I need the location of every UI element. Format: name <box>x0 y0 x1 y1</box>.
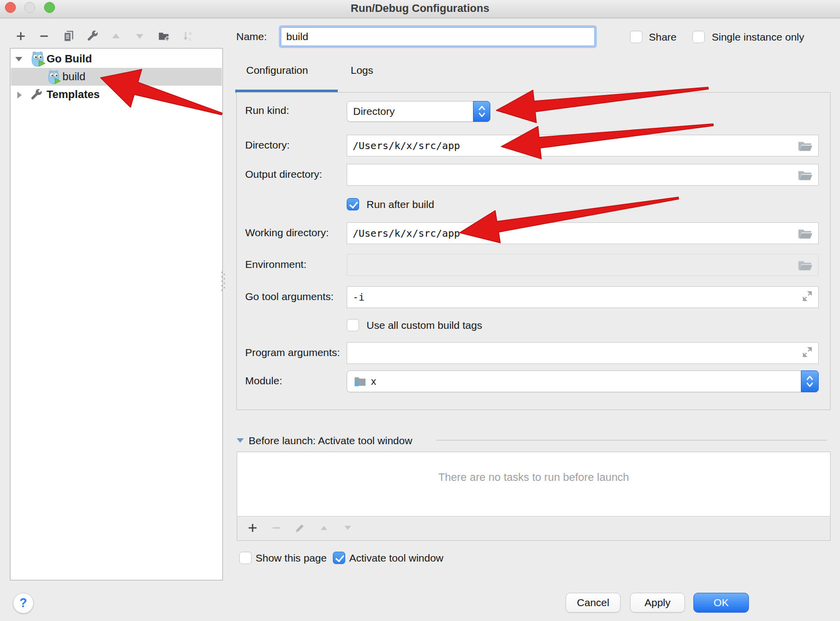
single-instance-label[interactable]: Single instance only <box>712 31 804 43</box>
browse-folder-icon[interactable] <box>796 227 813 241</box>
environment-input <box>347 254 819 276</box>
section-divider <box>436 440 827 441</box>
tab-configuration[interactable]: Configuration <box>246 64 308 80</box>
expand-field-icon[interactable] <box>801 290 818 304</box>
move-task-down-icon <box>341 521 354 536</box>
collapse-caret-icon[interactable] <box>15 55 23 64</box>
directory-input[interactable] <box>347 135 819 156</box>
program-arguments-input[interactable] <box>347 342 819 364</box>
run-kind-dropdown[interactable]: Directory <box>347 101 490 122</box>
svg-text:z: z <box>189 36 191 42</box>
run-kind-value: Directory <box>347 105 395 117</box>
move-down-icon <box>133 30 146 43</box>
add-task-icon[interactable] <box>246 521 259 536</box>
window-title: Run/Debug Configurations <box>0 2 840 15</box>
tree-item-label[interactable]: Templates <box>47 88 100 101</box>
module-icon <box>353 375 367 387</box>
go-gopher-icon <box>47 70 61 86</box>
browse-folder-icon[interactable] <box>796 139 813 153</box>
cancel-button[interactable]: Cancel <box>566 593 621 613</box>
show-this-page-checkbox[interactable] <box>239 552 252 564</box>
use-all-custom-build-tags-checkbox[interactable] <box>347 319 359 331</box>
help-button[interactable]: ? <box>13 593 34 614</box>
empty-task-list-text: There are no tasks to run before launch <box>237 471 830 484</box>
apply-button[interactable]: Apply <box>630 593 685 613</box>
svg-text:a: a <box>189 30 192 36</box>
edit-task-icon <box>294 521 307 536</box>
edit-templates-icon[interactable] <box>86 30 99 43</box>
tree-item-templates[interactable]: Templates <box>11 86 222 104</box>
ok-button[interactable]: OK <box>693 593 749 613</box>
share-label[interactable]: Share <box>649 31 677 43</box>
move-up-icon <box>109 30 122 43</box>
run-kind-label: Run kind: <box>245 104 289 116</box>
sort-configurations-icon: az <box>181 30 194 43</box>
browse-folder-icon[interactable] <box>796 168 813 182</box>
run-debug-configurations-dialog: Run/Debug Configurations az <box>0 0 840 621</box>
add-icon[interactable] <box>14 30 27 43</box>
browse-folder-icon <box>796 259 813 272</box>
move-task-up-icon <box>317 521 330 536</box>
single-instance-checkbox[interactable] <box>692 31 705 43</box>
titlebar: Run/Debug Configurations <box>0 0 840 18</box>
dropdown-stepper-icon <box>473 101 490 122</box>
tree-item-go-build[interactable]: Go Build <box>11 50 222 68</box>
task-list-toolbar <box>237 516 830 540</box>
before-launch-collapse-icon[interactable] <box>236 437 244 446</box>
environment-label: Environment: <box>245 259 307 270</box>
working-directory-label: Working directory: <box>245 227 329 239</box>
directory-label: Directory: <box>245 139 290 151</box>
share-checkbox[interactable] <box>630 31 642 43</box>
working-directory-input[interactable] <box>347 222 819 244</box>
show-this-page-label[interactable]: Show this page <box>256 552 327 564</box>
panel-splitter-handle[interactable] <box>220 270 226 292</box>
remove-icon[interactable] <box>38 30 51 43</box>
module-dropdown[interactable]: x <box>347 370 819 392</box>
module-value: x <box>371 375 376 387</box>
dropdown-stepper-icon <box>801 370 819 392</box>
tab-logs[interactable]: Logs <box>351 64 373 80</box>
output-directory-input[interactable] <box>347 164 819 186</box>
use-all-custom-build-tags-label[interactable]: Use all custom build tags <box>367 319 482 331</box>
go-tool-arguments-label: Go tool arguments: <box>245 291 334 303</box>
expand-field-icon[interactable] <box>801 346 818 360</box>
tree-item-build[interactable]: build <box>11 68 222 86</box>
tree-item-label[interactable]: build <box>62 70 85 83</box>
run-after-build-checkbox[interactable] <box>347 198 359 210</box>
activate-tool-window-checkbox[interactable] <box>333 552 345 564</box>
go-tool-arguments-input[interactable] <box>347 286 819 308</box>
new-folder-icon[interactable] <box>158 30 170 43</box>
go-gopher-icon <box>30 51 46 69</box>
output-directory-label: Output directory: <box>245 168 322 180</box>
program-arguments-label: Program arguments: <box>245 347 340 359</box>
run-after-build-label[interactable]: Run after build <box>367 199 434 210</box>
before-launch-title: Before launch: Activate tool window <box>249 435 412 447</box>
wrench-icon <box>30 88 43 104</box>
tree-item-label[interactable]: Go Build <box>47 52 92 65</box>
name-input[interactable] <box>281 27 595 46</box>
name-label: Name: <box>236 31 267 43</box>
expand-caret-icon[interactable] <box>16 91 23 101</box>
before-launch-task-list[interactable]: There are no tasks to run before launch <box>237 452 831 541</box>
configurations-tree: Go Build build Templates <box>10 48 223 580</box>
module-label: Module: <box>245 375 282 387</box>
remove-task-icon <box>270 521 283 536</box>
copy-configuration-icon[interactable] <box>62 30 75 43</box>
activate-tool-window-label[interactable]: Activate tool window <box>349 552 443 564</box>
